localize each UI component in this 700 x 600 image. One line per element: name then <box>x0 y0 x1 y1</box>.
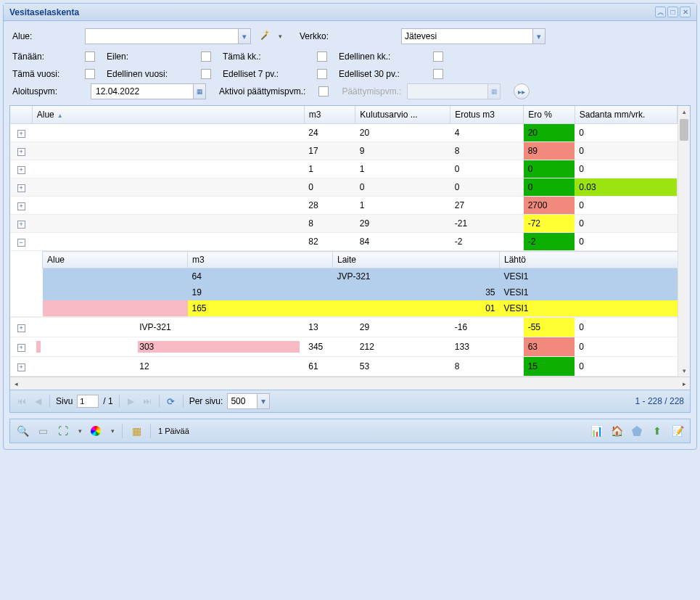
aloituspvm-label: Aloituspvm: <box>12 86 78 96</box>
cell-sadanta: 0 <box>575 215 677 233</box>
edellinenkk-checkbox[interactable] <box>433 52 443 62</box>
refresh-icon[interactable]: ⟳ <box>165 395 177 407</box>
scroll-thumb[interactable] <box>680 119 688 141</box>
expand-row-icon[interactable]: + <box>17 221 25 229</box>
expand-row-icon[interactable]: + <box>17 166 25 174</box>
chevron-down-icon[interactable]: ▾ <box>257 394 269 408</box>
col-alue[interactable]: Alue <box>32 106 304 124</box>
table-row[interactable]: +1261538150 <box>10 357 690 377</box>
color-picker-icon[interactable] <box>89 424 102 437</box>
cell-kulutus: 0 <box>355 178 450 197</box>
scroll-right-icon[interactable]: ▸ <box>678 378 690 390</box>
alue-combo[interactable]: ▾ <box>85 28 251 44</box>
nested-cell-m3: 165 <box>188 300 333 316</box>
scroll-up-icon[interactable]: ▴ <box>678 106 690 118</box>
edellinenvuosi-checkbox[interactable] <box>201 69 211 79</box>
home-icon[interactable] <box>610 424 623 437</box>
wand-menu-arrow[interactable]: ▾ <box>279 33 282 40</box>
tamakk-checkbox[interactable] <box>317 52 327 62</box>
chevron-down-icon[interactable]: ▾ <box>238 29 250 44</box>
per-sivu-combo[interactable]: ▾ <box>227 393 270 409</box>
pentagon-icon[interactable] <box>630 424 643 437</box>
edellinenvuosi-label: Edellinen vuosi: <box>107 69 201 79</box>
prev-page-button[interactable]: ◀ <box>32 395 44 407</box>
page-input[interactable] <box>77 395 99 408</box>
edelliset7-checkbox[interactable] <box>317 69 327 79</box>
alue-input[interactable] <box>86 29 238 44</box>
expand-row-icon[interactable]: + <box>17 202 25 210</box>
edelliset30-checkbox[interactable] <box>433 69 443 79</box>
notes-icon[interactable] <box>671 424 684 437</box>
scroll-down-icon[interactable]: ▾ <box>678 365 690 377</box>
scroll-left-icon[interactable]: ◂ <box>10 378 22 390</box>
col-expand[interactable] <box>10 106 32 124</box>
aktivoi-checkbox[interactable] <box>318 86 329 96</box>
expand-row-icon[interactable]: + <box>17 148 25 156</box>
table-row[interactable]: +00000.03 <box>10 178 690 197</box>
nested-col-lahto[interactable]: Lähtö <box>500 252 690 268</box>
next-page-button[interactable]: ▶ <box>125 395 137 407</box>
col-ero[interactable]: Ero % <box>524 106 575 124</box>
eilen-checkbox[interactable] <box>201 52 211 62</box>
bottom-toolbar: ▾ ▾ 1 Päivää <box>9 419 691 443</box>
main-grid: Alue m3 Kulutusarvio ... Erotus m3 Ero %… <box>9 105 691 413</box>
fullscreen-icon[interactable] <box>57 424 70 437</box>
cell-m3: 28 <box>304 197 355 215</box>
maximize-icon[interactable]: □ <box>667 7 678 17</box>
run-button[interactable]: ▸▸ <box>514 83 530 99</box>
cell-kulutus: 20 <box>355 124 450 142</box>
tanaan-checkbox[interactable] <box>85 52 95 62</box>
tamavuosi-checkbox[interactable] <box>85 69 95 79</box>
display-count: 1 - 228 / 228 <box>635 396 684 406</box>
expand-row-icon[interactable]: + <box>17 324 25 332</box>
table-row[interactable]: +IVP-3211329-16-550 <box>10 318 690 337</box>
nested-col-m3[interactable]: m3 <box>188 252 333 268</box>
search-icon[interactable] <box>16 424 29 437</box>
calendar-icon[interactable]: ▦ <box>193 84 205 99</box>
table-row[interactable]: −8284-2-20 <box>10 233 690 251</box>
close-icon[interactable]: ✕ <box>680 7 691 17</box>
table-row[interactable]: +829-21-720 <box>10 215 690 233</box>
chart-icon[interactable] <box>590 424 603 437</box>
per-sivu-input[interactable] <box>228 394 257 408</box>
chevron-down-icon[interactable]: ▾ <box>532 29 545 44</box>
aloituspvm-field[interactable]: ▦ <box>91 83 206 99</box>
table-row[interactable]: +2812727000 <box>10 197 690 215</box>
col-m3[interactable]: m3 <box>304 106 355 124</box>
paattymispvm-label: Päättymispvm.: <box>342 86 401 96</box>
vertical-scrollbar[interactable]: ▴ ▾ <box>678 106 690 377</box>
col-kulutus[interactable]: Kulutusarvio ... <box>355 106 450 124</box>
expand-row-icon[interactable]: + <box>17 344 25 352</box>
expand-row-icon[interactable]: + <box>17 363 25 371</box>
nested-col-alue[interactable]: Alue <box>43 252 188 268</box>
table-row[interactable]: +303345212133630 <box>10 337 690 357</box>
col-sadanta[interactable]: Sadanta mm/vrk. <box>575 106 677 124</box>
fullscreen-menu-arrow[interactable]: ▾ <box>78 427 82 435</box>
nested-row[interactable]: 64JVP-321VESI1 <box>43 268 690 285</box>
new-document-icon[interactable] <box>36 424 49 437</box>
first-page-button[interactable]: ⏮ <box>16 395 28 407</box>
nested-col-laite[interactable]: Laite <box>333 252 500 268</box>
aloituspvm-input[interactable] <box>91 84 193 99</box>
wand-icon[interactable] <box>258 30 270 42</box>
expand-row-icon[interactable]: + <box>17 184 25 192</box>
expand-row-icon[interactable]: + <box>17 130 25 138</box>
nested-row[interactable]: 1935VESI1 <box>43 284 690 300</box>
header-row: Alue m3 Kulutusarvio ... Erotus m3 Ero %… <box>10 106 690 124</box>
table-row[interactable]: +1798890 <box>10 142 690 160</box>
color-menu-arrow[interactable]: ▾ <box>111 427 115 435</box>
collapse-row-icon[interactable]: − <box>17 239 25 247</box>
upload-icon[interactable] <box>651 424 664 437</box>
collapse-icon[interactable]: ︽ <box>655 7 666 17</box>
cell-alue <box>32 233 304 251</box>
verkko-input[interactable] <box>402 29 532 44</box>
table-row[interactable]: +24204200 <box>10 124 690 142</box>
col-erotus[interactable]: Erotus m3 <box>450 106 524 124</box>
verkko-combo[interactable]: ▾ <box>401 28 545 44</box>
layer-icon[interactable] <box>130 424 143 437</box>
table-row[interactable]: +11000 <box>10 160 690 178</box>
horizontal-scrollbar[interactable]: ◂ ▸ <box>10 377 690 390</box>
nested-row[interactable]: 16501VESI1 <box>43 300 690 316</box>
cell-erotus: -2 <box>450 233 524 251</box>
last-page-button[interactable]: ⏭ <box>141 395 153 407</box>
